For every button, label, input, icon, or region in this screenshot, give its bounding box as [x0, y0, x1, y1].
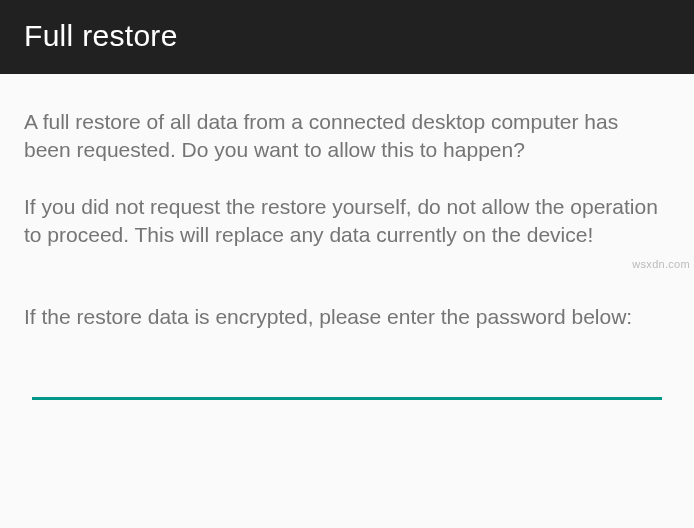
dialog-content: A full restore of all data from a connec…: [0, 74, 694, 400]
watermark-text: wsxdn.com: [632, 258, 690, 270]
dialog-header: Full restore: [0, 0, 694, 74]
dialog-title: Full restore: [24, 19, 670, 53]
password-input[interactable]: [32, 362, 662, 400]
password-field-wrap: [24, 362, 670, 400]
restore-description-1: A full restore of all data from a connec…: [24, 108, 670, 165]
password-prompt: If the restore data is encrypted, please…: [24, 303, 670, 331]
restore-warning: If you did not request the restore yours…: [24, 193, 670, 250]
